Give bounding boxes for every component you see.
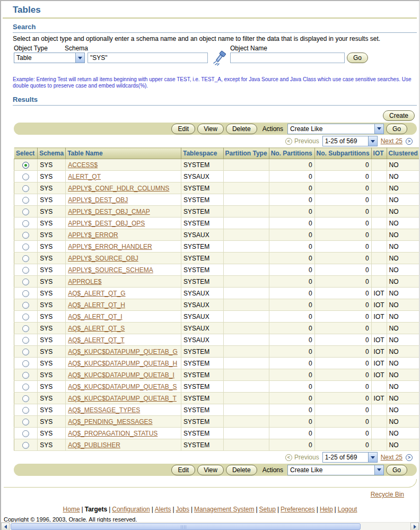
row-select-radio[interactable]	[22, 208, 29, 215]
table-name-link[interactable]: APPLY$_SOURCE_SCHEMA	[68, 266, 153, 274]
actions-select[interactable]: Create Like	[287, 465, 384, 475]
create-button[interactable]: Create	[383, 110, 415, 121]
chevron-down-icon[interactable]	[368, 453, 377, 462]
view-button[interactable]: View	[197, 465, 224, 475]
row-select-radio[interactable]	[22, 232, 29, 239]
edit-button[interactable]: Edit	[171, 124, 195, 134]
table-name-link[interactable]: APPLY$_CONF_HDLR_COLUMNS	[68, 185, 169, 192]
iot-cell	[371, 416, 387, 428]
row-select-radio[interactable]	[22, 185, 29, 192]
chevron-down-icon[interactable]	[75, 53, 84, 63]
footer-link-jobs[interactable]: Jobs	[176, 506, 189, 513]
chevron-down-icon[interactable]	[374, 124, 383, 134]
no-subpartitions-cell: 0	[314, 439, 371, 451]
scrollbar-thumb[interactable]	[11, 523, 361, 530]
table-name-link[interactable]: APPLY$_DEST_OBJ_CMAP	[68, 208, 150, 215]
row-select-radio[interactable]	[22, 162, 29, 169]
table-name-link[interactable]: AQ$_ALERT_QT_I	[68, 313, 122, 320]
select-cell	[14, 288, 38, 299]
view-button[interactable]: View	[197, 124, 224, 134]
footer-link-logout[interactable]: Logout	[338, 506, 357, 513]
chevron-down-icon[interactable]	[368, 136, 377, 146]
row-select-radio[interactable]	[22, 220, 29, 227]
table-name-link[interactable]: AQ$_ALERT_QT_G	[68, 290, 126, 297]
row-select-radio[interactable]	[22, 255, 29, 262]
partition-type-cell	[223, 404, 269, 416]
table-name-link[interactable]: AQ$_KUPC$DATAPUMP_QUETAB_H	[68, 360, 177, 367]
row-select-radio[interactable]	[22, 197, 29, 204]
search-flashlight-icon[interactable]	[212, 50, 227, 66]
table-name-link[interactable]: APPLY$_ERROR	[68, 231, 118, 239]
record-range-select[interactable]: 1-25 of 569	[322, 136, 378, 146]
actions-go-button[interactable]: Go	[386, 465, 407, 475]
row-select-radio[interactable]	[22, 430, 29, 437]
search-go-button[interactable]: Go	[347, 53, 368, 63]
no-subpartitions-cell: 0	[314, 416, 371, 428]
table-name-link[interactable]: AQ$_KUPC$DATAPUMP_QUETAB_I	[68, 371, 174, 379]
schema-input[interactable]	[88, 53, 208, 63]
footer-link-home[interactable]: Home	[63, 506, 80, 513]
no-partitions-cell: 0	[269, 183, 314, 194]
table-name-link[interactable]: AQ$_ALERT_QT_H	[68, 301, 125, 309]
row-select-radio[interactable]	[22, 395, 29, 402]
chevron-down-icon[interactable]	[374, 465, 383, 475]
delete-button[interactable]: Delete	[226, 124, 257, 134]
recycle-bin-link[interactable]: Recycle Bin	[371, 491, 404, 498]
object-type-select[interactable]: Table	[14, 53, 85, 63]
next-circle-icon[interactable]: >	[406, 454, 413, 461]
delete-button[interactable]: Delete	[226, 465, 257, 475]
tablespace-cell: SYSTEM	[181, 183, 223, 194]
row-select-radio[interactable]	[22, 290, 29, 297]
scroll-left-arrow-icon[interactable]	[1, 523, 10, 530]
table-name-link[interactable]: AQ$_PUBLISHER	[68, 441, 120, 449]
row-select-radio[interactable]	[22, 419, 29, 425]
footer-link-preferences[interactable]: Preferences	[281, 506, 315, 513]
table-name-link[interactable]: AQ$_ALERT_QT_T	[68, 336, 125, 344]
table-name-link[interactable]: APPROLE$	[68, 278, 101, 285]
next-link[interactable]: Next 25	[381, 454, 402, 461]
footer-link-management-system[interactable]: Management System	[194, 506, 254, 513]
table-name-link[interactable]: AQ$_PROPAGATION_STATUS	[68, 430, 158, 437]
row-select-radio[interactable]	[22, 384, 29, 390]
object-name-input[interactable]	[230, 53, 345, 63]
row-select-radio[interactable]	[22, 314, 29, 320]
table-name-link[interactable]: APPLY$_DEST_OBJ	[68, 196, 128, 204]
row-select-radio[interactable]	[22, 360, 29, 367]
row-select-radio[interactable]	[22, 173, 29, 180]
table-name-link[interactable]: AQ$_ALERT_QT_S	[68, 325, 125, 332]
row-select-radio[interactable]	[22, 279, 29, 285]
footer-link-alerts[interactable]: Alerts	[155, 506, 171, 513]
table-name-link[interactable]: AQ$_KUPC$DATAPUMP_QUETAB_T	[68, 395, 177, 402]
row-select-radio[interactable]	[22, 267, 29, 274]
row-select-radio[interactable]	[22, 244, 29, 250]
row-select-radio[interactable]	[22, 442, 29, 449]
table-name-link[interactable]: ACCESS$	[68, 161, 98, 169]
row-select-radio[interactable]	[22, 302, 29, 309]
row-select-radio[interactable]	[22, 337, 29, 344]
footer-link-configuration[interactable]: Configuration	[112, 506, 150, 513]
scroll-right-arrow-icon[interactable]	[410, 523, 419, 530]
table-name-link[interactable]: AQ$_MESSAGE_TYPES	[68, 406, 140, 414]
footer-link-help[interactable]: Help	[320, 506, 333, 513]
table-name-link[interactable]: APPLY$_ERROR_HANDLER	[68, 243, 152, 250]
row-select-radio[interactable]	[22, 325, 29, 332]
row-select-radio[interactable]	[22, 372, 29, 379]
table-name-link[interactable]: AQ$_KUPC$DATAPUMP_QUETAB_S	[68, 383, 177, 390]
row-select-radio[interactable]	[22, 349, 29, 355]
footer-link-setup[interactable]: Setup	[259, 506, 276, 513]
next-circle-icon[interactable]: >	[406, 138, 413, 145]
clustered-cell: NO	[387, 288, 419, 299]
table-name-link[interactable]: APPLY$_DEST_OBJ_OPS	[68, 220, 145, 227]
actions-select[interactable]: Create Like	[287, 124, 384, 134]
next-link[interactable]: Next 25	[381, 137, 402, 145]
table-name-link[interactable]: AQ$_PENDING_MESSAGES	[68, 418, 152, 425]
actions-go-button[interactable]: Go	[386, 124, 407, 134]
table-name-link[interactable]: AQ$_KUPC$DATAPUMP_QUETAB_G	[68, 348, 178, 355]
row-select-radio[interactable]	[22, 407, 29, 414]
column-header: Schema	[38, 148, 66, 159]
horizontal-scrollbar[interactable]	[1, 522, 419, 530]
table-name-link[interactable]: ALERT_QT	[68, 173, 101, 180]
record-range-select[interactable]: 1-25 of 569	[322, 452, 378, 463]
table-name-link[interactable]: APPLY$_SOURCE_OBJ	[68, 255, 138, 262]
edit-button[interactable]: Edit	[171, 465, 195, 475]
